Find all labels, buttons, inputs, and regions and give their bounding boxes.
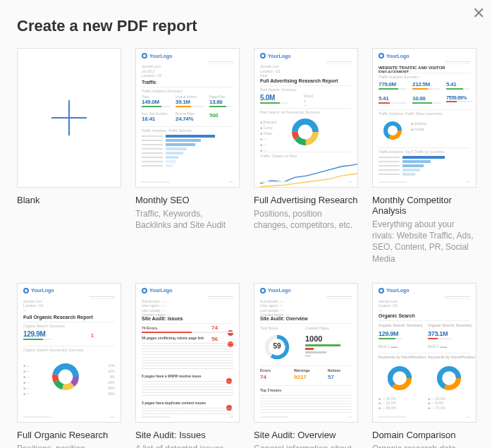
card-desc: General information about website's heal…	[254, 443, 358, 448]
card-desc: Everything about your rivals: Website Tr…	[372, 219, 476, 265]
logo-icon: YourLogo	[260, 53, 291, 59]
card-desc: Organic research data, paid traffic, top…	[372, 443, 476, 448]
card-title: Monthly Competitor Analysis	[372, 195, 476, 216]
card-title: Full Advertising Research	[254, 195, 358, 205]
template-card-organic[interactable]: YourLogo domain.comLocation: US— Full Or…	[17, 283, 121, 448]
card-title: Full Organic Research	[17, 430, 121, 440]
card-title: Monthly SEO	[135, 195, 240, 205]
donut-chart-icon	[433, 363, 465, 396]
card-desc: Traffic, Keywords, Backlinks and Site Au…	[135, 208, 240, 231]
donut-chart-icon	[50, 361, 81, 392]
svg-text:59: 59	[273, 342, 281, 350]
template-card-blank[interactable]: Blank	[17, 48, 121, 265]
logo-icon: YourLogo	[379, 53, 410, 59]
logo-icon: YourLogo	[260, 288, 291, 293]
thumb-site-audit-overview: YourLogo Subdomain: —User agent: —Last u…	[254, 283, 358, 423]
page-title: Create a new PDF report	[0, 0, 492, 48]
card-title: Domain Comparison	[372, 430, 476, 440]
thumb-blank	[17, 48, 121, 188]
card-desc: Positions, position changes, competitors…	[254, 208, 358, 231]
thumb-domain-comparison: YourLogo domain.comlocation: US— Organic…	[372, 283, 476, 423]
template-card-monthly-seo[interactable]: YourLogo domain.comJul 2017Location: US …	[135, 48, 240, 265]
template-card-domain-comparison[interactable]: YourLogo domain.comlocation: US— Organic…	[372, 283, 476, 448]
card-title: Blank	[17, 195, 121, 205]
template-card-site-audit-overview[interactable]: YourLogo Subdomain: —User agent: —Last u…	[254, 283, 358, 448]
template-card-site-audit-issues[interactable]: YourLogo Subdomain: —User agent: —Last u…	[135, 283, 240, 448]
card-desc: A list of detected issues	[135, 443, 240, 448]
logo-icon: YourLogo	[379, 288, 410, 293]
logo-icon: YourLogo	[142, 53, 173, 59]
thumb-organic: YourLogo domain.comLocation: US— Full Or…	[17, 283, 121, 423]
card-title: Site Audit: Overview	[254, 430, 358, 440]
card-title: Site Audit: Issues	[135, 430, 240, 440]
thumb-full-advertising: YourLogo domain.comLocation: USDate Full…	[254, 48, 358, 188]
thumb-site-audit-issues: YourLogo Subdomain: —User agent: —Last u…	[135, 283, 240, 423]
svg-text:%: %	[283, 343, 286, 346]
thumb-monthly-seo: YourLogo domain.comJul 2017Location: US …	[135, 48, 240, 188]
template-card-competitor[interactable]: YourLogo WEBSITE TRAFFIC AND VISITOR ENG…	[372, 48, 476, 265]
donut-chart-icon	[384, 363, 415, 396]
template-grid: Blank YourLogo domain.comJul 2017Locatio…	[0, 48, 492, 448]
score-donut-icon: 59 %	[263, 333, 291, 364]
donut-chart-icon	[380, 118, 405, 146]
thumb-competitor: YourLogo WEBSITE TRAFFIC AND VISITOR ENG…	[372, 48, 476, 188]
close-icon[interactable]: ✕	[472, 6, 485, 21]
logo-icon: YourLogo	[23, 288, 54, 293]
card-desc: Positions, position changes, top keyword…	[17, 443, 121, 448]
template-card-full-advertising[interactable]: YourLogo domain.comLocation: USDate Full…	[254, 48, 358, 265]
logo-icon: YourLogo	[142, 288, 173, 293]
donut-chart-icon	[290, 116, 321, 147]
